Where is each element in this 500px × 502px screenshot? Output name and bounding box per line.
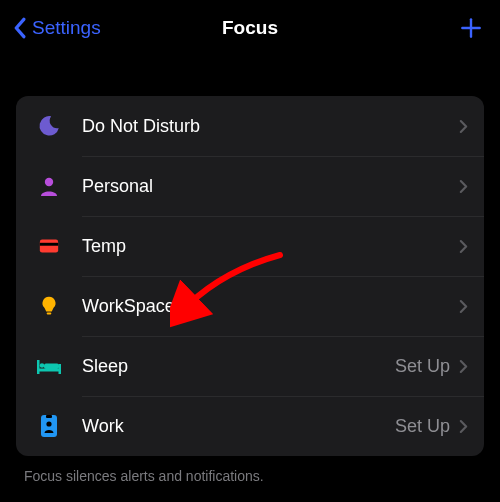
footer-text: Focus silences alerts and notifications. — [24, 468, 476, 484]
badge-icon — [32, 409, 66, 443]
focus-row-work[interactable]: Work Set Up — [16, 396, 484, 456]
chevron-right-icon — [458, 118, 468, 134]
svg-rect-9 — [44, 364, 59, 370]
row-label: Do Not Disturb — [82, 116, 450, 137]
back-button[interactable]: Settings — [10, 15, 101, 41]
navbar: Settings Focus — [0, 0, 500, 56]
row-accessory: Set Up — [395, 356, 450, 377]
svg-rect-4 — [40, 243, 58, 246]
plus-icon — [458, 15, 484, 41]
focus-list: Do Not Disturb Personal Temp WorkSpace — [16, 96, 484, 456]
focus-settings-screen: Settings Focus Do Not Disturb Personal — [0, 0, 500, 502]
add-button[interactable] — [456, 13, 486, 43]
chevron-left-icon — [10, 15, 28, 41]
row-label: Sleep — [82, 356, 395, 377]
svg-rect-6 — [37, 360, 40, 374]
row-label: WorkSpace — [82, 296, 450, 317]
bulb-icon — [32, 289, 66, 323]
focus-row-do-not-disturb[interactable]: Do Not Disturb — [16, 96, 484, 156]
focus-row-sleep[interactable]: Sleep Set Up — [16, 336, 484, 396]
moon-icon — [32, 109, 66, 143]
svg-rect-12 — [46, 415, 52, 418]
card-icon — [32, 229, 66, 263]
focus-row-temp[interactable]: Temp — [16, 216, 484, 276]
row-accessory: Set Up — [395, 416, 450, 437]
focus-row-personal[interactable]: Personal — [16, 156, 484, 216]
back-label: Settings — [32, 17, 101, 39]
svg-point-10 — [40, 363, 45, 368]
svg-point-2 — [45, 178, 53, 186]
person-icon — [32, 169, 66, 203]
bed-icon — [32, 349, 66, 383]
svg-rect-5 — [47, 312, 52, 314]
row-label: Work — [82, 416, 395, 437]
chevron-right-icon — [458, 238, 468, 254]
chevron-right-icon — [458, 418, 468, 434]
chevron-right-icon — [458, 358, 468, 374]
chevron-right-icon — [458, 178, 468, 194]
row-label: Personal — [82, 176, 450, 197]
row-label: Temp — [82, 236, 450, 257]
focus-row-workspace[interactable]: WorkSpace — [16, 276, 484, 336]
svg-point-13 — [46, 421, 51, 426]
svg-rect-3 — [40, 240, 58, 253]
chevron-right-icon — [458, 298, 468, 314]
